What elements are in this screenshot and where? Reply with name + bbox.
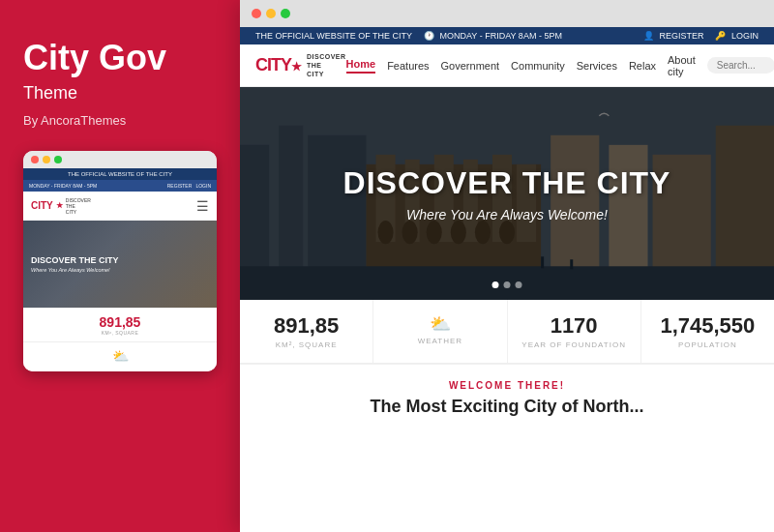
hero-pagination-dots — [492, 281, 522, 288]
mobile-dot-green — [54, 156, 62, 163]
nav-link-aboutcity[interactable]: About city — [668, 54, 696, 77]
site-logo-tagline: DISCOVER THE CITY — [307, 52, 346, 78]
mobile-dot-yellow — [43, 156, 50, 163]
mobile-weather-icon: ⛅ — [29, 348, 211, 364]
mobile-hero: DISCOVER THE CITY Where You Are Always W… — [23, 221, 217, 308]
mobile-logo-sub: DISCOVER THE CITY — [66, 197, 91, 215]
mobile-info-bar: MONDAY - FRIDAY 8AM - 5PM REGISTER LOGIN — [23, 180, 217, 192]
stat-label-year: YEAR OF FOUNDATION — [516, 340, 633, 349]
mobile-hero-subtitle: Where You Are Always Welcome! — [31, 267, 209, 273]
nav-link-government[interactable]: Government — [441, 60, 500, 72]
mobile-logo: CITY★ DISCOVER THE CITY — [31, 197, 91, 215]
right-panel: THE OFFICIAL WEBSITE OF THE CITY 🕐 MONDA… — [240, 0, 774, 532]
search-input[interactable] — [707, 57, 774, 74]
browser-dot-yellow — [266, 9, 276, 18]
stat-population: 1,745,550 POPULATION — [641, 300, 774, 363]
browser-dot-red — [252, 9, 261, 18]
mobile-hero-title: DISCOVER THE CITY — [31, 255, 209, 265]
mobile-logo-text: CITY★ — [31, 200, 63, 211]
mobile-stat: 891,85 KM², SQUARE — [23, 308, 217, 341]
site-topbar: THE OFFICIAL WEBSITE OF THE CITY 🕐 MONDA… — [240, 27, 774, 44]
weather-icon: ⛅ — [381, 313, 498, 335]
theme-author: By AncoraThemes — [23, 113, 217, 128]
topbar-login-link[interactable]: 🔑 LOGIN — [715, 31, 759, 41]
mobile-browser-dots — [23, 151, 217, 168]
hero-content: DISCOVER THE CITY Where You Are Always W… — [343, 165, 671, 222]
welcome-label: WELCOME THERE! — [259, 380, 755, 391]
mobile-stat-label: KM², SQUARE — [29, 330, 211, 336]
site-logo: CITY★ DISCOVER THE CITY — [255, 52, 346, 78]
stat-foundation-year: 1170 YEAR OF FOUNDATION — [508, 300, 641, 363]
stat-number-population: 1,745,550 — [649, 313, 766, 339]
mobile-stat-number: 891,85 — [29, 314, 211, 330]
mobile-mockup: THE OFFICIAL WEBSITE OF THE CITY MONDAY … — [23, 151, 217, 371]
nav-link-community[interactable]: Community — [511, 60, 565, 72]
theme-title: City Gov — [23, 39, 217, 77]
site-nav-links: Home Features Government Community Servi… — [346, 54, 774, 77]
site-logo-star-icon: ★ — [291, 60, 301, 74]
browser-chrome — [240, 0, 774, 27]
welcome-section: WELCOME THERE! The Most Exciting City of… — [240, 364, 774, 427]
site-navbar: CITY★ DISCOVER THE CITY Home Features Go… — [240, 44, 774, 87]
mobile-logo-star-icon: ★ — [56, 201, 63, 210]
welcome-title: The Most Exciting City of North... — [259, 397, 755, 417]
hero-dot-1[interactable] — [492, 281, 499, 288]
hero-dot-2[interactable] — [504, 281, 511, 288]
nav-link-services[interactable]: Services — [577, 60, 617, 72]
browser-dot-green — [281, 9, 290, 18]
login-icon: 🔑 — [715, 31, 726, 41]
site-logo-text: CITY★ — [255, 55, 301, 75]
stat-weather: ⛅ WEATHER — [373, 300, 507, 363]
stat-number-km: 891,85 — [248, 313, 365, 339]
site-topbar-right: 👤 REGISTER 🔑 LOGIN — [643, 31, 759, 41]
mobile-hamburger-icon[interactable]: ☰ — [196, 198, 209, 214]
nav-link-features[interactable]: Features — [387, 60, 429, 72]
clock-icon: 🕐 — [424, 31, 434, 41]
topbar-official: THE OFFICIAL WEBSITE OF THE CITY — [255, 31, 412, 41]
hero-subtitle: Where You Are Always Welcome! — [343, 207, 671, 222]
mobile-hero-content: DISCOVER THE CITY Where You Are Always W… — [31, 255, 209, 273]
site-hero: DISCOVER THE CITY Where You Are Always W… — [240, 87, 774, 300]
stat-label-km: KM², SQUARE — [248, 340, 365, 349]
stat-km-square: 891,85 KM², SQUARE — [240, 300, 373, 363]
user-icon: 👤 — [643, 31, 654, 41]
theme-subtitle: Theme — [23, 83, 217, 103]
left-panel: City Gov Theme By AncoraThemes THE OFFIC… — [0, 0, 240, 532]
mobile-nav: CITY★ DISCOVER THE CITY ☰ — [23, 192, 217, 221]
mobile-dot-red — [31, 156, 39, 163]
stat-label-weather: WEATHER — [381, 337, 498, 345]
hero-title: DISCOVER THE CITY — [343, 165, 671, 201]
mobile-weather-stat: ⛅ — [23, 341, 217, 371]
stats-bar: 891,85 KM², SQUARE ⛅ WEATHER 1170 YEAR O… — [240, 300, 774, 364]
topbar-hours: 🕐 MONDAY - FRIDAY 8AM - 5PM — [424, 31, 562, 41]
nav-link-relax[interactable]: Relax — [629, 60, 656, 72]
nav-link-home[interactable]: Home — [346, 58, 376, 74]
topbar-register-link[interactable]: 👤 REGISTER — [643, 31, 704, 41]
site-topbar-left: THE OFFICIAL WEBSITE OF THE CITY 🕐 MONDA… — [255, 31, 562, 41]
stat-label-population: POPULATION — [649, 340, 766, 349]
mobile-topbar: THE OFFICIAL WEBSITE OF THE CITY — [23, 168, 217, 180]
hero-dot-3[interactable] — [516, 281, 522, 288]
stat-number-year: 1170 — [516, 313, 633, 339]
